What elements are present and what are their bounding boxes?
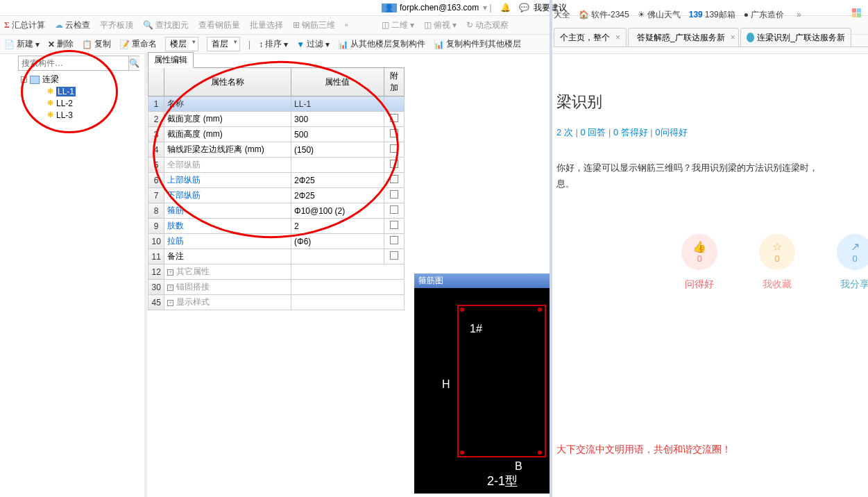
- rebar-3d-button[interactable]: ⊞钢筋三维: [293, 19, 335, 31]
- tree-root-label: 连梁: [42, 74, 59, 85]
- prop-name[interactable]: 轴线距梁左边线距离 (mm): [164, 142, 291, 158]
- bookmark-item[interactable]: ☀佛山天气: [638, 9, 681, 21]
- favorite-button[interactable]: ☆0 我收藏: [759, 234, 795, 291]
- bookmark-item[interactable]: 139139邮箱: [689, 9, 735, 21]
- stat-views[interactable]: 2 次: [556, 127, 573, 137]
- browser-tab[interactable]: 答疑解惑_广联达服务新×: [628, 28, 739, 47]
- prop-value[interactable]: [291, 280, 405, 295]
- prop-value[interactable]: 2Φ25: [291, 173, 384, 188]
- collapse-icon[interactable]: −: [21, 76, 27, 83]
- summary-calc-button[interactable]: Σ汇总计算: [4, 19, 45, 31]
- tree-root[interactable]: − 连梁: [21, 74, 76, 85]
- view-top-dropdown[interactable]: ◫俯视 ▾: [424, 19, 457, 31]
- stat-good-answers[interactable]: 0 答得好: [613, 127, 648, 137]
- checkbox[interactable]: [390, 129, 398, 137]
- delete-button[interactable]: ✕删除: [48, 38, 74, 50]
- bookmark-item[interactable]: 🏠软件-2345: [579, 9, 629, 21]
- prop-name[interactable]: +其它属性: [164, 264, 291, 280]
- filter-button[interactable]: ▼过滤 ▾: [296, 38, 330, 50]
- view-rebar-button[interactable]: 查看钢筋量: [198, 19, 240, 31]
- expand-icon[interactable]: +: [167, 285, 173, 291]
- expand-icon[interactable]: +: [167, 269, 173, 276]
- splitter[interactable]: [144, 54, 147, 497]
- row-number: 5: [148, 158, 164, 173]
- bookmark-item[interactable]: ●广东造价: [744, 9, 784, 21]
- prop-value[interactable]: (Φ6): [291, 234, 384, 249]
- splitter[interactable]: [550, 0, 552, 497]
- prop-name[interactable]: 肢数: [164, 219, 291, 234]
- prop-name[interactable]: +锚固搭接: [164, 280, 291, 295]
- tree-item[interactable]: ❋LL-2: [47, 97, 76, 109]
- prop-name[interactable]: 截面宽度 (mm): [164, 112, 291, 127]
- checkbox[interactable]: [390, 190, 398, 199]
- prop-name[interactable]: +显示样式: [164, 295, 291, 310]
- prop-value[interactable]: LL-1: [291, 96, 384, 112]
- search-button[interactable]: 🔍: [128, 56, 139, 70]
- checkbox[interactable]: [390, 236, 398, 244]
- browser-tab[interactable]: 连梁识别_广联达服务新: [740, 28, 851, 47]
- prop-value[interactable]: 2Φ25: [291, 188, 384, 203]
- checkbox[interactable]: [390, 160, 398, 168]
- copy-to-floor-button[interactable]: 📊复制构件到其他楼层: [434, 38, 521, 50]
- view-2d-dropdown[interactable]: ◫二维 ▾: [382, 19, 414, 31]
- prop-name[interactable]: 上部纵筋: [164, 173, 291, 188]
- close-icon[interactable]: ×: [731, 33, 735, 42]
- sort-button[interactable]: ↕排序 ▾: [259, 38, 288, 50]
- chat-icon[interactable]: 💬: [519, 3, 529, 12]
- row-number: 2: [148, 112, 164, 127]
- find-element-button[interactable]: 🔍查找图元: [143, 19, 189, 31]
- close-icon[interactable]: ×: [615, 33, 620, 42]
- stat-good-questions[interactable]: 0问得好: [655, 127, 687, 137]
- level-dropdown[interactable]: 首层: [207, 37, 240, 51]
- prop-value[interactable]: [291, 264, 405, 280]
- checkbox[interactable]: [390, 221, 398, 229]
- share-button[interactable]: ↗0 我分享: [837, 234, 868, 291]
- bookmark-item[interactable]: 大全: [554, 9, 570, 21]
- rename-button[interactable]: 📝重命名: [119, 38, 157, 50]
- prop-name[interactable]: 箍筋: [164, 203, 291, 219]
- prop-value[interactable]: 300: [291, 112, 384, 127]
- checkbox[interactable]: [390, 251, 398, 260]
- stat-answers[interactable]: 0 回答: [580, 127, 606, 137]
- row-number: 3: [148, 127, 164, 142]
- align-slab-button[interactable]: 平齐板顶: [100, 19, 133, 31]
- toolbar-more[interactable]: »: [345, 22, 348, 28]
- apps-grid-icon[interactable]: [852, 8, 861, 17]
- checkbox[interactable]: [390, 205, 398, 214]
- new-button[interactable]: 📄新建 ▾: [4, 38, 40, 50]
- prop-value[interactable]: [291, 158, 384, 173]
- checkbox[interactable]: [390, 175, 398, 183]
- prop-name[interactable]: 拉筋: [164, 234, 291, 249]
- floor-dropdown[interactable]: 楼层: [165, 37, 198, 51]
- prop-value[interactable]: 2: [291, 219, 384, 234]
- prop-value[interactable]: [291, 249, 384, 264]
- search-input[interactable]: [19, 56, 128, 70]
- batch-select-button[interactable]: 批量选择: [250, 19, 283, 31]
- row-header-corner: [148, 68, 164, 96]
- prop-name[interactable]: 截面高度 (mm): [164, 127, 291, 142]
- prop-name[interactable]: 名称: [164, 96, 291, 112]
- copy-from-floor-button[interactable]: 📊从其他楼层复制构件: [338, 38, 425, 50]
- prop-name[interactable]: 下部纵筋: [164, 188, 291, 203]
- prop-name[interactable]: 全部纵筋: [164, 158, 291, 173]
- vote-good-button[interactable]: 👍0 问得好: [681, 234, 717, 291]
- property-tab[interactable]: 属性编辑: [148, 52, 194, 68]
- checkbox[interactable]: [390, 144, 398, 153]
- prop-value[interactable]: 500: [291, 127, 384, 142]
- dynamic-observe-button[interactable]: ↻动态观察: [466, 19, 509, 31]
- prop-value[interactable]: Φ10@100 (2): [291, 203, 384, 219]
- prop-value[interactable]: [291, 295, 405, 310]
- row-number: 30: [148, 280, 164, 295]
- prop-value[interactable]: (150): [291, 142, 384, 158]
- col-name: 属性名称: [164, 68, 291, 96]
- bell-icon[interactable]: 🔔: [500, 3, 511, 12]
- cloud-check-button[interactable]: ☁云检查: [55, 19, 90, 31]
- tree-item[interactable]: ❋LL-3: [47, 109, 76, 121]
- copy-button[interactable]: 📋复制: [82, 38, 111, 50]
- tree-item[interactable]: ❋LL-1: [47, 85, 76, 97]
- checkbox[interactable]: [390, 114, 398, 122]
- prop-name[interactable]: 备注: [164, 249, 291, 264]
- browser-tab[interactable]: 个主页，整个×: [554, 28, 627, 47]
- bookmarks-more[interactable]: »: [797, 10, 801, 19]
- expand-icon[interactable]: +: [167, 300, 173, 306]
